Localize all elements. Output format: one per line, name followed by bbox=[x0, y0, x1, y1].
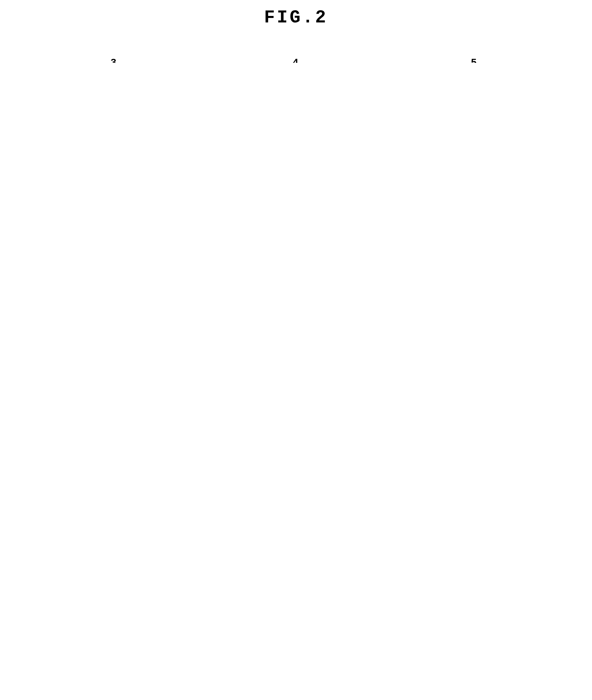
ref-db-log: 3 bbox=[106, 57, 121, 63]
ref-db-mgmt: 4 bbox=[288, 57, 303, 63]
ref-db-mgmt-num: 4 bbox=[293, 57, 298, 63]
figure-title: FIG.2 bbox=[7, 7, 585, 28]
ref-db-prop: 5 bbox=[466, 57, 481, 63]
diagram-page: FIG.2 3 4 5 LOG DATABASE T100 T200 RAW D… bbox=[7, 7, 585, 28]
ref-db-log-num: 3 bbox=[110, 57, 116, 63]
ref-db-prop-num: 5 bbox=[471, 57, 477, 63]
